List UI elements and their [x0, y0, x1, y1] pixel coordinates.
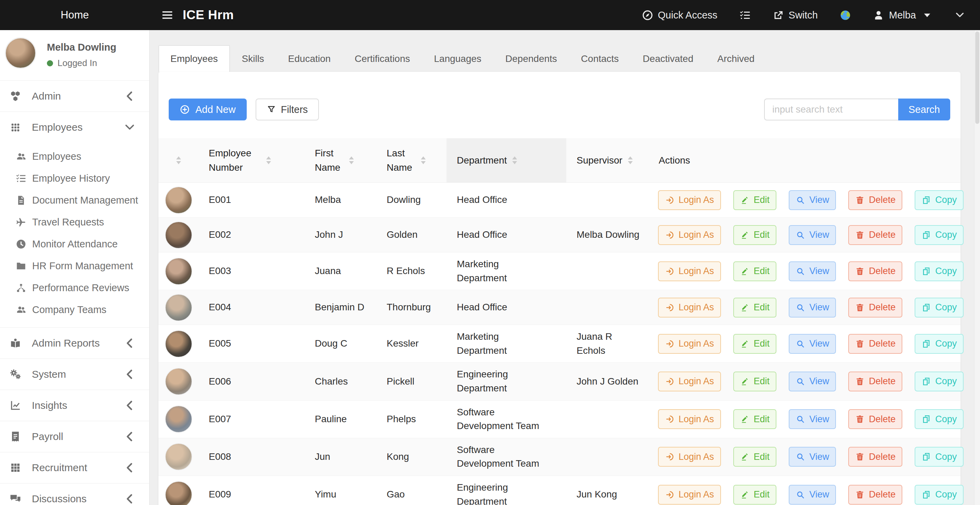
- sidebar-item-performance-reviews[interactable]: Performance Reviews: [0, 277, 149, 299]
- last-value: Golden: [387, 229, 417, 240]
- delete-button[interactable]: Delete: [848, 190, 902, 210]
- sidebar-item-travel-requests[interactable]: Travel Requests: [0, 211, 149, 233]
- delete-button[interactable]: Delete: [848, 298, 902, 318]
- edit-button[interactable]: Edit: [733, 190, 777, 210]
- tab-archived[interactable]: Archived: [705, 45, 767, 72]
- sort-icon[interactable]: [349, 156, 354, 164]
- column-header-employee-number: Employee Number: [199, 138, 305, 183]
- quick-access-label: Quick Access: [658, 10, 718, 21]
- filters-button[interactable]: Filters: [256, 98, 319, 121]
- quick-access-button[interactable]: Quick Access: [642, 10, 718, 21]
- tab-employees[interactable]: Employees: [158, 45, 230, 72]
- login-button[interactable]: Login As: [658, 334, 721, 354]
- number-value: E001: [209, 194, 231, 205]
- tab-skills[interactable]: Skills: [230, 45, 276, 72]
- copy-button[interactable]: Copy: [915, 190, 964, 210]
- sidebar-item-company-teams[interactable]: Company Teams: [0, 299, 149, 321]
- tab-contacts[interactable]: Contacts: [569, 45, 631, 72]
- copy-button[interactable]: Copy: [915, 485, 964, 505]
- view-button[interactable]: View: [789, 298, 836, 318]
- user-menu[interactable]: Melba: [873, 10, 933, 21]
- tasks-button[interactable]: [740, 10, 751, 21]
- sidebar-submenu: EmployeesEmployee HistoryDocument Manage…: [0, 143, 149, 327]
- delete-button[interactable]: Delete: [848, 225, 902, 245]
- sidebar-item-insights[interactable]: Insights: [0, 390, 149, 421]
- copy-button[interactable]: Copy: [915, 334, 964, 354]
- supervisor-cell: John J Golden: [566, 370, 648, 394]
- delete-button[interactable]: Delete: [848, 409, 902, 429]
- hamburger-icon[interactable]: [161, 8, 174, 22]
- copy-button[interactable]: Copy: [915, 261, 964, 281]
- action-label: Edit: [754, 338, 770, 349]
- sort-icon[interactable]: [628, 156, 633, 164]
- sidebar-item-payroll[interactable]: Payroll: [0, 421, 149, 452]
- edit-button[interactable]: Edit: [733, 261, 777, 281]
- view-button[interactable]: View: [789, 485, 836, 505]
- delete-button[interactable]: Delete: [848, 334, 902, 354]
- content-card: Add New Filters Search Employee NumberFi…: [158, 72, 961, 505]
- add-new-button[interactable]: Add New: [169, 98, 247, 121]
- search-input[interactable]: [764, 98, 898, 121]
- search-button[interactable]: Search: [898, 98, 950, 121]
- login-button[interactable]: Login As: [658, 447, 721, 467]
- sort-icon[interactable]: [512, 156, 517, 164]
- edit-button[interactable]: Edit: [733, 447, 777, 467]
- edit-button[interactable]: Edit: [733, 485, 777, 505]
- sort-icon[interactable]: [176, 156, 181, 164]
- sidebar-item-monitor-attendance[interactable]: Monitor Attendance: [0, 233, 149, 255]
- action-label: Delete: [869, 266, 896, 276]
- chevron-down-icon[interactable]: [955, 10, 965, 20]
- home-link[interactable]: Home: [0, 9, 150, 21]
- sidebar-item-system[interactable]: System: [0, 359, 149, 390]
- tab-certifications[interactable]: Certifications: [342, 45, 422, 72]
- sidebar-item-admin-reports[interactable]: Admin Reports: [0, 327, 149, 359]
- copy-button[interactable]: Copy: [915, 298, 964, 318]
- edit-button[interactable]: Edit: [733, 334, 777, 354]
- tab-deactivated[interactable]: Deactivated: [631, 45, 705, 72]
- page-scrollbar[interactable]: [974, 30, 980, 505]
- view-button[interactable]: View: [789, 334, 836, 354]
- delete-button[interactable]: Delete: [848, 372, 902, 391]
- sidebar-item-recruitment[interactable]: Recruitment: [0, 452, 149, 483]
- view-button[interactable]: View: [789, 190, 836, 210]
- sidebar-item-document-management[interactable]: Document Management: [0, 189, 149, 211]
- copy-button[interactable]: Copy: [915, 225, 964, 245]
- delete-button[interactable]: Delete: [848, 261, 902, 281]
- login-button[interactable]: Login As: [658, 261, 721, 281]
- login-button[interactable]: Login As: [658, 298, 721, 318]
- copy-button[interactable]: Copy: [915, 372, 964, 391]
- login-button[interactable]: Login As: [658, 485, 721, 505]
- view-button[interactable]: View: [789, 447, 836, 467]
- sidebar-item-admin[interactable]: Admin: [0, 80, 149, 111]
- tab-education[interactable]: Education: [276, 45, 343, 72]
- sort-icon[interactable]: [266, 156, 271, 164]
- tab-dependents[interactable]: Dependents: [493, 45, 569, 72]
- view-button[interactable]: View: [789, 409, 836, 429]
- login-button[interactable]: Login As: [658, 409, 721, 429]
- comments-icon: [10, 493, 21, 505]
- edit-button[interactable]: Edit: [733, 298, 777, 318]
- sidebar-item-employees[interactable]: Employees: [0, 145, 149, 167]
- login-button[interactable]: Login As: [658, 225, 721, 245]
- login-button[interactable]: Login As: [658, 372, 721, 391]
- edit-button[interactable]: Edit: [733, 372, 777, 391]
- switch-button[interactable]: Switch: [773, 10, 818, 21]
- sidebar-item-employee-history[interactable]: Employee History: [0, 167, 149, 189]
- tab-languages[interactable]: Languages: [422, 45, 493, 72]
- sidebar-item-discussions[interactable]: Discussions: [0, 483, 149, 505]
- scrollbar-thumb[interactable]: [975, 32, 979, 124]
- view-button[interactable]: View: [789, 261, 836, 281]
- sort-icon[interactable]: [421, 156, 426, 164]
- delete-button[interactable]: Delete: [848, 447, 902, 467]
- delete-button[interactable]: Delete: [848, 485, 902, 505]
- copy-button[interactable]: Copy: [915, 409, 964, 429]
- login-button[interactable]: Login As: [658, 190, 721, 210]
- copy-button[interactable]: Copy: [915, 447, 964, 467]
- view-button[interactable]: View: [789, 225, 836, 245]
- sidebar-item-hr-form-management[interactable]: HR Form Management: [0, 255, 149, 277]
- language-button[interactable]: [840, 10, 851, 21]
- edit-button[interactable]: Edit: [733, 225, 777, 245]
- sidebar-item-employees[interactable]: Employees: [0, 111, 149, 143]
- edit-button[interactable]: Edit: [733, 409, 777, 429]
- view-button[interactable]: View: [789, 372, 836, 391]
